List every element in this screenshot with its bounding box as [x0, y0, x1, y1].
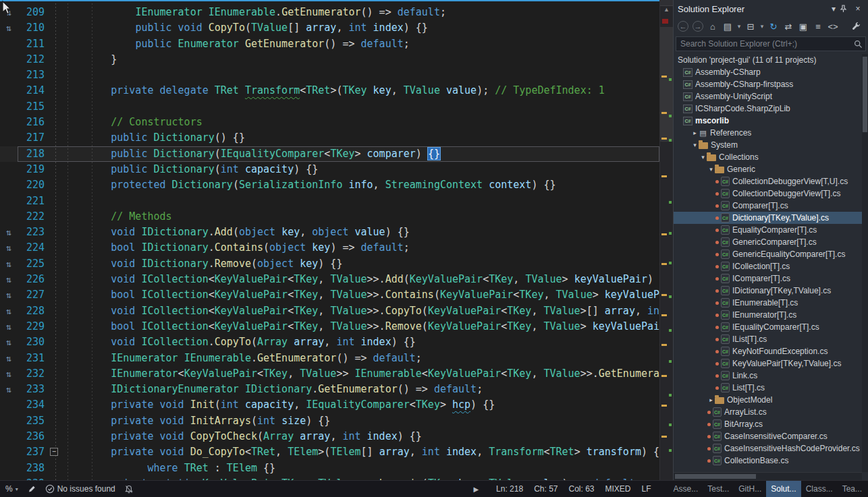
tree-item-file[interactable]: C#IList[T].cs — [674, 333, 862, 345]
scroll-up-icon[interactable]: ▲ — [660, 6, 673, 13]
line-number[interactable]: 217 — [18, 130, 49, 146]
view-code-icon[interactable]: <> — [826, 20, 840, 33]
home-icon[interactable]: ⌂ — [706, 20, 720, 33]
tree-item-file[interactable]: C#BitArray.cs — [674, 418, 862, 430]
tool-window-tab[interactable]: Solut... — [766, 481, 801, 497]
copy-docs-icon[interactable]: ▣ — [796, 20, 810, 33]
sync-with-active-document-icon[interactable]: ⇄ — [782, 20, 795, 33]
line-number[interactable]: 225 — [18, 256, 49, 272]
code-text[interactable]: void ICollection.CopyTo(Array array, int… — [62, 334, 659, 350]
code-text[interactable]: bool IDictionary.Contains(object key) =>… — [62, 240, 659, 256]
code-line[interactable]: 217 public Dictionary() {} — [0, 130, 659, 146]
code-line[interactable]: 236 private void CopyToCheck(Array array… — [0, 429, 659, 444]
implements-icon[interactable]: ⇅ — [6, 369, 11, 379]
line-number[interactable]: 234 — [18, 397, 49, 413]
indentation-indicator[interactable]: MIXED — [605, 484, 631, 494]
code-line[interactable]: 221 — [0, 194, 659, 209]
tool-window-tab[interactable]: Asse... — [669, 481, 703, 497]
editor-scrollbar[interactable]: ▲ — [659, 0, 673, 480]
line-number[interactable]: 228 — [18, 303, 49, 319]
code-text[interactable]: IEnumerator IEnumerable.GetEnumerator() … — [62, 351, 659, 366]
tree-item-file[interactable]: C#List[T].cs — [674, 382, 862, 394]
properties-icon[interactable] — [849, 19, 863, 32]
tree-item-fold[interactable]: ▾Collections — [674, 151, 862, 163]
line-number[interactable]: 210 — [18, 20, 49, 36]
tool-window-tab[interactable]: Tea... — [838, 481, 867, 497]
line-number[interactable]: 227 — [18, 287, 49, 303]
line-number[interactable]: 230 — [18, 334, 49, 350]
tree-item-file[interactable]: C#Comparer[T].cs — [674, 200, 862, 212]
show-all-files-icon[interactable]: ≡ — [811, 20, 825, 33]
line-number[interactable]: 215 — [18, 99, 49, 115]
code-line[interactable]: ⇅233 IDictionaryEnumerator IDictionary.G… — [0, 382, 659, 397]
code-text[interactable]: IEnumerator<KeyValuePair<TKey, TValue>> … — [62, 366, 659, 382]
line-number[interactable]: 218 — [18, 146, 49, 162]
code-text[interactable]: } — [62, 52, 659, 67]
tree-item-file[interactable]: C#IDictionary[TKey,TValue].cs — [674, 285, 862, 297]
line-number[interactable]: 231 — [18, 351, 49, 366]
line-number[interactable]: 238 — [18, 461, 49, 476]
line-number[interactable]: 209 — [18, 5, 49, 20]
code-line[interactable]: ⇅227 bool ICollection<KeyValuePair<TKey,… — [0, 287, 659, 303]
code-text[interactable]: private void Do_CopyTo<TRet, TElem>(TEle… — [62, 444, 659, 460]
code-editor[interactable]: ⇅209 IEnumerator IEnumerable.GetEnumerat… — [0, 0, 673, 480]
tree-item-file[interactable]: C#IComparer[T].cs — [674, 272, 862, 285]
line-number[interactable]: 233 — [18, 382, 49, 397]
chevron-right-icon[interactable]: ▸ — [707, 397, 715, 403]
implements-icon[interactable]: ⇅ — [6, 274, 11, 285]
line-indicator[interactable]: Ln: 218 — [496, 484, 523, 494]
code-line[interactable]: ⇅226 void ICollection<KeyValuePair<TKey,… — [0, 272, 659, 287]
code-line[interactable]: ⇅228 void ICollection<KeyValuePair<TKey,… — [0, 303, 659, 319]
code-line[interactable]: 238 where TRet : TElem {} — [0, 461, 659, 476]
implements-icon[interactable]: ⇅ — [6, 384, 11, 394]
column-indicator[interactable]: Col: 63 — [568, 484, 594, 494]
window-position-icon[interactable]: ▾ — [828, 4, 840, 13]
code-text[interactable] — [62, 99, 659, 115]
implements-icon[interactable]: ⇅ — [6, 322, 11, 332]
tree-item-fold[interactable]: ▾Generic — [674, 163, 862, 175]
code-text[interactable]: void ICollection<KeyValuePair<TKey, TVal… — [62, 303, 659, 319]
fold-marker[interactable]: − — [50, 448, 58, 456]
search-input[interactable] — [680, 39, 854, 49]
code-line[interactable]: 222 // Methods — [0, 209, 659, 225]
line-number[interactable]: 232 — [18, 366, 49, 382]
code-line[interactable]: 216 // Constructors — [0, 115, 659, 130]
code-line[interactable]: 214 private delegate TRet Transform<TRet… — [0, 83, 659, 98]
code-line[interactable]: 219 public Dictionary(int capacity) {} — [0, 162, 659, 177]
tree-item-sol[interactable]: Solution 'project-gui' (11 of 11 project… — [674, 54, 862, 66]
code-line[interactable]: 220 protected Dictionary(SerializationIn… — [0, 177, 659, 193]
tree-hscrollbar-thumb[interactable] — [675, 474, 756, 479]
implements-icon[interactable]: ⇅ — [6, 290, 11, 300]
implements-icon[interactable]: ⇅ — [6, 337, 11, 347]
line-number[interactable]: 237 — [18, 444, 49, 460]
tree-item-file[interactable]: C#ArrayList.cs — [674, 406, 862, 418]
refresh-icon[interactable]: ↻ — [767, 20, 780, 33]
code-line[interactable]: ⇅230 void ICollection.CopyTo(Array array… — [0, 334, 659, 350]
implements-icon[interactable]: ⇅ — [6, 243, 11, 253]
implements-icon[interactable]: ⇅ — [6, 23, 11, 33]
code-text[interactable]: public Enumerator GetEnumerator() => def… — [62, 36, 659, 52]
line-number[interactable]: 224 — [18, 240, 49, 256]
line-number[interactable]: 216 — [18, 115, 49, 130]
code-text[interactable]: bool ICollection<KeyValuePair<TKey, TVal… — [62, 319, 659, 334]
code-text[interactable]: // Methods — [62, 209, 659, 225]
code-line[interactable]: 211 public Enumerator GetEnumerator() =>… — [0, 36, 659, 52]
code-text[interactable]: public void CopyTo(TValue[] array, int i… — [62, 20, 659, 36]
code-line[interactable]: ⇅232 IEnumerator<KeyValuePair<TKey, TVal… — [0, 366, 659, 382]
pin-icon[interactable] — [840, 5, 852, 13]
code-line[interactable]: 215 — [0, 99, 659, 115]
code-text[interactable]: void ICollection<KeyValuePair<TKey, TVal… — [62, 272, 659, 287]
scrollbar-thumb[interactable] — [660, 27, 673, 142]
tree-item-file[interactable]: C#IEqualityComparer[T].cs — [674, 321, 862, 333]
code-line[interactable]: 212 } — [0, 52, 659, 67]
switch-views-icon[interactable]: ▤ — [721, 20, 734, 33]
implements-icon[interactable]: ⇅ — [6, 353, 11, 363]
code-line[interactable]: ⇅229 bool ICollection<KeyValuePair<TKey,… — [0, 319, 659, 334]
code-line[interactable]: ⇅224 bool IDictionary.Contains(object ke… — [0, 240, 659, 256]
code-text[interactable]: private void CopyToCheck(Array array, in… — [62, 429, 659, 444]
line-ending-indicator[interactable]: LF — [642, 484, 651, 494]
line-number[interactable]: 212 — [18, 52, 49, 67]
issues-status[interactable]: No issues found — [45, 484, 115, 494]
tree-item-file[interactable]: C#IEnumerable[T].cs — [674, 297, 862, 309]
chevron-down-icon[interactable]: ▾ — [699, 154, 707, 160]
